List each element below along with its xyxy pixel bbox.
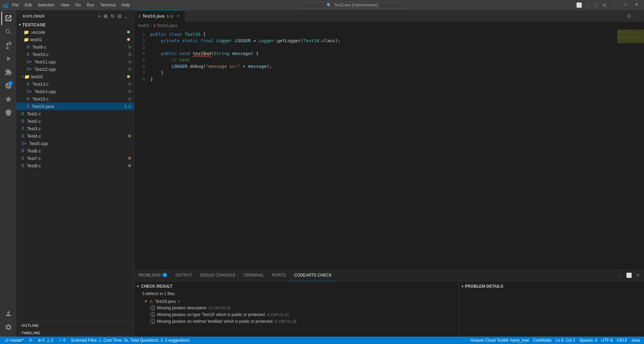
defect-item-2[interactable]: i Missing javadoc on type 'Test16' which… xyxy=(134,311,459,318)
test16java-item[interactable]: J Test16.java 3, U xyxy=(16,103,134,110)
breadcrumb-file[interactable]: Test16.java xyxy=(157,23,177,28)
refresh-button[interactable]: ↻ xyxy=(110,13,116,20)
defect-rule-3: G.CMT.01 [4] xyxy=(274,319,296,323)
terminal-tab[interactable]: TERMINAL xyxy=(239,269,268,281)
test13c-item[interactable]: C Test13.c U xyxy=(16,80,134,88)
outline-section[interactable]: › OUTLINE xyxy=(16,322,134,329)
test3c-item[interactable]: C Test3.c xyxy=(16,125,134,132)
code-editor[interactable]: 1 2 3 4 5 6 7 8 public class Test16 { pr… xyxy=(134,30,617,269)
remote-activity-icon[interactable]: 1 xyxy=(1,79,15,92)
branch-status[interactable]: ⎇ master* xyxy=(3,337,25,344)
menu-run[interactable]: Run xyxy=(84,2,97,8)
test10c-item[interactable]: C Test10.c U xyxy=(16,51,134,58)
test5cpp-item[interactable]: C+ Test5.cpp xyxy=(16,140,134,147)
problems-tab-label: PROBLEMS xyxy=(138,273,161,278)
test1c-item[interactable]: C Test1.c xyxy=(16,110,134,117)
menu-selection[interactable]: Selection xyxy=(35,2,57,8)
code-content[interactable]: public class Test16 { private static fin… xyxy=(148,30,617,269)
tab-close-button[interactable]: ✕ xyxy=(175,13,181,19)
panel-more-button[interactable]: … xyxy=(616,271,623,279)
encoding-status[interactable]: UTF-8 xyxy=(600,337,614,344)
run-debug-activity-icon[interactable] xyxy=(1,52,15,65)
minimap-content: public class Test16 { private static fin… xyxy=(617,30,644,42)
ports-tab[interactable]: PORTS xyxy=(268,269,290,281)
root-folder-item[interactable]: ▾ TESTCASE xyxy=(16,21,134,28)
timeline-section[interactable]: › TIMELINE xyxy=(16,329,134,337)
layout-icon-1[interactable]: ⬜ xyxy=(575,1,583,9)
test14cpp-file-icon: C+ xyxy=(27,89,32,93)
scan-info-status: Scanned Files: 1, Cost Time: 3s, Total Q… xyxy=(69,337,191,344)
test01-folder-item[interactable]: › 📁 test01 xyxy=(16,36,134,43)
menu-edit[interactable]: Edit xyxy=(22,2,34,8)
extensions-activity-icon[interactable] xyxy=(1,65,15,79)
menu-help[interactable]: Help xyxy=(119,2,133,8)
problems-tab[interactable]: PROBLEMS 3 xyxy=(134,269,171,281)
defect-item-1[interactable]: i Missing javadoc description G.CMT.02 [… xyxy=(134,305,459,311)
search-activity-icon[interactable] xyxy=(1,25,15,38)
layout-icon-3[interactable]: ⬡ xyxy=(593,1,600,9)
output-tab[interactable]: OUTPUT xyxy=(171,269,196,281)
test16java-tab[interactable]: J Test16.java 3, U ✕ xyxy=(134,10,185,22)
codearts-check-tab[interactable]: CODEARTS CHECK xyxy=(290,269,336,281)
file-defects-item[interactable]: ▾ ⚠ Test16.java 3 xyxy=(134,297,459,305)
layout-icon-2[interactable]: ⬚ xyxy=(585,1,592,9)
test12cpp-item[interactable]: C+ Test12.cpp U xyxy=(16,65,134,73)
sync-status[interactable]: ↻ xyxy=(28,337,34,344)
test9c-item[interactable]: C Test9.c U xyxy=(16,43,134,51)
explorer-activity-icon[interactable] xyxy=(1,11,15,25)
vscode-folder-item[interactable]: › 📁 .vscode xyxy=(16,28,134,36)
defect-item-3[interactable]: i Missing javadoc on method 'testBad' wh… xyxy=(134,318,459,325)
minimize-button[interactable]: － xyxy=(609,1,620,9)
ai-activity-icon[interactable] xyxy=(1,92,15,106)
more-tab-actions-button[interactable]: … xyxy=(634,12,641,20)
warnings-count: 3 xyxy=(51,338,53,343)
collapse-all-button[interactable]: ⊟ xyxy=(117,13,122,20)
test14cpp-item[interactable]: C+ Test14.cpp U xyxy=(16,88,134,95)
codearts-activity-icon[interactable] xyxy=(1,106,15,119)
menu-terminal[interactable]: Terminal xyxy=(97,2,118,8)
panel-close-button[interactable]: ✕ xyxy=(635,271,641,279)
test12cpp-label: Test12.cpp xyxy=(34,67,128,72)
test12cpp-badge: U xyxy=(128,67,131,71)
titlebar: File Edit Selection View Go Run Terminal… xyxy=(0,0,644,10)
codemate-status[interactable]: CodeMate xyxy=(532,337,553,344)
menu-file[interactable]: File xyxy=(9,2,21,8)
panel-maximize-button[interactable]: ⬜ xyxy=(625,271,633,279)
test02-folder-item[interactable]: ▾ 📁 test02 xyxy=(16,73,134,80)
timeline-chevron: › xyxy=(19,331,20,335)
debug-console-tab[interactable]: DEBUG CONSOLE xyxy=(196,269,240,281)
errors-status[interactable]: ⊗ 0 △ 3 xyxy=(36,337,54,344)
test15c-item[interactable]: C Test15.c U xyxy=(16,95,134,103)
spaces-label: Spaces: 4 xyxy=(579,338,597,343)
test11cpp-item[interactable]: C+ Test11.cpp U xyxy=(16,58,134,65)
breadcrumb-root[interactable]: test02 xyxy=(138,23,149,28)
info-status[interactable]: ⚐ 0 xyxy=(57,337,67,344)
menu-view[interactable]: View xyxy=(58,2,72,8)
test16java-badge: 3, U xyxy=(124,104,131,108)
new-folder-button[interactable]: ⊞ xyxy=(103,13,109,20)
toolkit-status[interactable]: Huawei Cloud Toolkit: harry_trad xyxy=(469,337,530,344)
layout-icon-4[interactable]: ⊞ xyxy=(601,1,608,9)
check-result-header[interactable]: ▾ CHECK RESULT xyxy=(134,283,459,290)
sidebar-actions: + ⊞ ↻ ⊟ … xyxy=(97,13,130,20)
position-status[interactable]: Ln 8, Col 2 xyxy=(554,337,577,344)
new-file-button[interactable]: + xyxy=(97,13,101,20)
test4c-item[interactable]: C Test4.c M xyxy=(16,132,134,140)
test6c-item[interactable]: C Test6.c xyxy=(16,147,134,154)
timeline-label: TIMELINE xyxy=(22,331,40,335)
menu-go[interactable]: Go xyxy=(72,2,83,8)
spaces-status[interactable]: Spaces: 4 xyxy=(578,337,598,344)
settings-activity-icon[interactable] xyxy=(1,320,15,334)
test8c-item[interactable]: C Test8.c M xyxy=(16,162,134,169)
command-search[interactable]: 🔍 TestCase [Administrator] xyxy=(298,2,406,8)
more-actions-button[interactable]: … xyxy=(124,13,130,20)
test7c-item[interactable]: C Test7.c M xyxy=(16,154,134,162)
test2c-item[interactable]: C Test2.c xyxy=(16,117,134,125)
close-button[interactable]: ✕ xyxy=(632,1,641,9)
split-editor-button[interactable]: ⊟ xyxy=(626,12,633,20)
language-status[interactable]: Java xyxy=(630,337,641,344)
accounts-activity-icon[interactable] xyxy=(1,307,15,320)
source-control-activity-icon[interactable] xyxy=(1,38,15,52)
eol-status[interactable]: CRLF xyxy=(615,337,628,344)
maximize-button[interactable]: □ xyxy=(621,1,630,9)
